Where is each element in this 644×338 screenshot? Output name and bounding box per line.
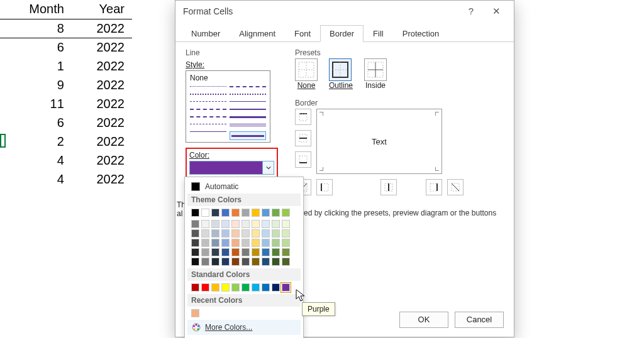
standard-swatch[interactable] <box>282 283 290 292</box>
theme-swatch[interactable] <box>231 209 240 217</box>
more-colors[interactable]: More Colors... <box>187 320 301 335</box>
line-style-none[interactable]: None <box>190 74 208 82</box>
theme-swatch[interactable] <box>221 229 230 237</box>
cell[interactable]: 1 <box>0 57 72 75</box>
theme-swatch[interactable] <box>272 258 280 266</box>
theme-swatch[interactable] <box>242 248 250 256</box>
preset-outline[interactable]: Outline <box>329 58 353 90</box>
theme-swatch[interactable] <box>211 239 219 247</box>
tab-border[interactable]: Border <box>320 25 364 42</box>
theme-swatch[interactable] <box>191 220 199 228</box>
theme-swatch[interactable] <box>272 209 280 217</box>
cell[interactable]: 2022 <box>72 132 132 151</box>
theme-swatch[interactable] <box>221 220 230 228</box>
theme-swatch[interactable] <box>242 209 250 217</box>
theme-swatch[interactable] <box>231 229 240 237</box>
standard-swatch[interactable] <box>221 283 230 292</box>
theme-swatch[interactable] <box>262 248 270 256</box>
theme-swatch[interactable] <box>262 239 270 247</box>
cell[interactable]: 4 <box>0 151 72 170</box>
theme-swatch[interactable] <box>231 220 240 228</box>
theme-swatch[interactable] <box>191 258 199 266</box>
theme-swatch[interactable] <box>211 209 219 217</box>
cell[interactable]: 9 <box>0 75 72 94</box>
theme-swatch[interactable] <box>242 220 250 228</box>
border-diag-down-button[interactable] <box>447 179 464 195</box>
theme-swatch[interactable] <box>201 258 209 266</box>
standard-swatch[interactable] <box>201 283 209 292</box>
theme-swatch[interactable] <box>262 229 270 237</box>
theme-swatch[interactable] <box>221 239 230 247</box>
border-left-button[interactable] <box>316 179 333 195</box>
theme-swatch[interactable] <box>191 229 199 237</box>
theme-swatch[interactable] <box>262 209 270 217</box>
cell[interactable]: 11 <box>0 94 72 113</box>
cell[interactable]: 2022 <box>72 57 132 75</box>
border-preview[interactable]: Text <box>316 109 442 174</box>
border-right-button[interactable] <box>426 179 442 195</box>
theme-swatch[interactable] <box>272 220 280 228</box>
theme-swatch[interactable] <box>282 229 290 237</box>
theme-swatch[interactable] <box>231 239 240 247</box>
theme-swatch[interactable] <box>242 239 250 247</box>
standard-swatch[interactable] <box>191 283 199 292</box>
theme-swatch[interactable] <box>252 209 260 217</box>
theme-swatch[interactable] <box>201 239 209 247</box>
close-icon[interactable]: ✕ <box>484 1 509 22</box>
theme-swatch[interactable] <box>262 258 270 266</box>
border-vmiddle-button[interactable] <box>380 179 397 195</box>
border-top-button[interactable] <box>295 109 311 125</box>
theme-swatch[interactable] <box>242 229 250 237</box>
recent-swatch[interactable] <box>191 309 199 317</box>
theme-swatch[interactable] <box>282 239 290 247</box>
theme-swatch[interactable] <box>201 229 209 237</box>
titlebar[interactable]: Format Cells ? ✕ <box>175 1 514 22</box>
preset-inside[interactable]: Inside <box>364 58 387 90</box>
cancel-button[interactable]: Cancel <box>455 312 504 328</box>
cell[interactable]: 2022 <box>72 75 132 94</box>
cell[interactable]: 2022 <box>72 38 132 57</box>
cell[interactable]: 2022 <box>72 151 132 170</box>
theme-swatch[interactable] <box>282 248 290 256</box>
theme-swatch[interactable] <box>252 239 260 247</box>
theme-swatch[interactable] <box>252 229 260 237</box>
border-bottom-button[interactable] <box>295 151 311 168</box>
col-header-year[interactable]: Year <box>72 0 132 19</box>
ok-button[interactable]: OK <box>399 312 448 328</box>
automatic-color[interactable]: Automatic <box>187 180 301 194</box>
standard-swatch[interactable] <box>262 283 270 292</box>
theme-swatch[interactable] <box>221 258 230 266</box>
tab-protection[interactable]: Protection <box>393 25 449 42</box>
theme-swatch[interactable] <box>221 248 230 256</box>
standard-swatch[interactable] <box>252 283 260 292</box>
cell[interactable]: 2022 <box>72 19 132 38</box>
col-header-month[interactable]: Month <box>0 0 72 19</box>
theme-swatch[interactable] <box>191 248 199 256</box>
theme-swatch[interactable] <box>211 248 219 256</box>
theme-swatch[interactable] <box>282 258 290 266</box>
line-style-selected[interactable] <box>230 131 266 140</box>
theme-swatch[interactable] <box>272 239 280 247</box>
theme-swatch[interactable] <box>201 248 209 256</box>
preset-none[interactable]: None <box>295 58 318 90</box>
theme-swatch[interactable] <box>252 258 260 266</box>
theme-swatch[interactable] <box>211 229 219 237</box>
standard-swatch[interactable] <box>231 283 240 292</box>
standard-swatch[interactable] <box>272 283 280 292</box>
tab-font[interactable]: Font <box>285 25 320 42</box>
theme-swatch[interactable] <box>252 220 260 228</box>
theme-swatch[interactable] <box>282 209 290 217</box>
theme-swatch[interactable] <box>262 220 270 228</box>
theme-swatch[interactable] <box>221 209 230 217</box>
theme-swatch[interactable] <box>191 239 199 247</box>
tab-number[interactable]: Number <box>182 25 230 42</box>
theme-swatch[interactable] <box>282 220 290 228</box>
theme-swatch[interactable] <box>211 258 219 266</box>
standard-swatch[interactable] <box>242 283 250 292</box>
theme-swatch[interactable] <box>201 220 209 228</box>
cell[interactable]: 8 <box>0 19 72 38</box>
theme-swatch[interactable] <box>231 248 240 256</box>
line-style-list[interactable]: None <box>186 70 270 143</box>
theme-swatch[interactable] <box>211 220 219 228</box>
cell[interactable]: 2022 <box>72 94 132 113</box>
